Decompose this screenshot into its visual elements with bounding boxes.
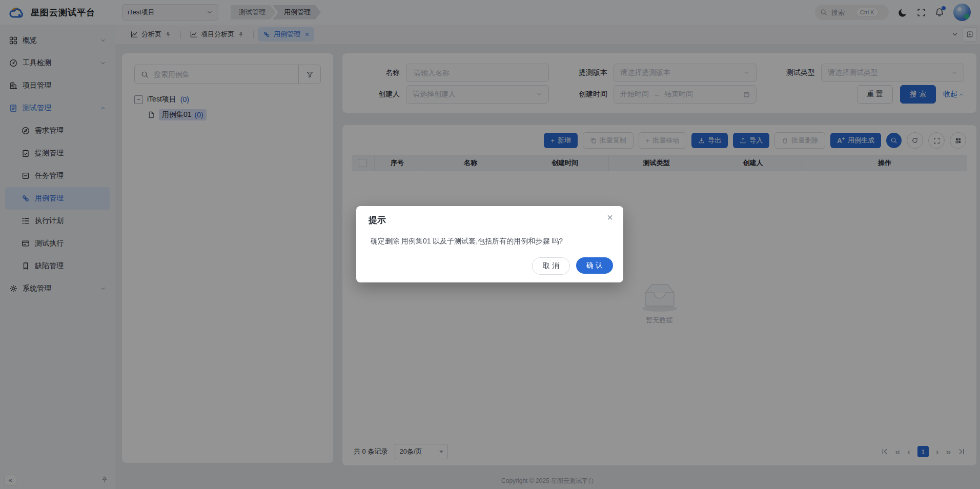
close-icon[interactable]: × [607,212,613,222]
dialog-title: 提示 [369,214,386,226]
confirm-dialog: 提示 × 确定删除 用例集01 以及子测试套,包括所有的用例和步骤 吗? 取 消… [356,206,623,282]
confirm-button[interactable]: 确 认 [576,257,613,274]
dialog-message: 确定删除 用例集01 以及子测试套,包括所有的用例和步骤 吗? [371,237,609,246]
cancel-button[interactable]: 取 消 [532,257,570,275]
